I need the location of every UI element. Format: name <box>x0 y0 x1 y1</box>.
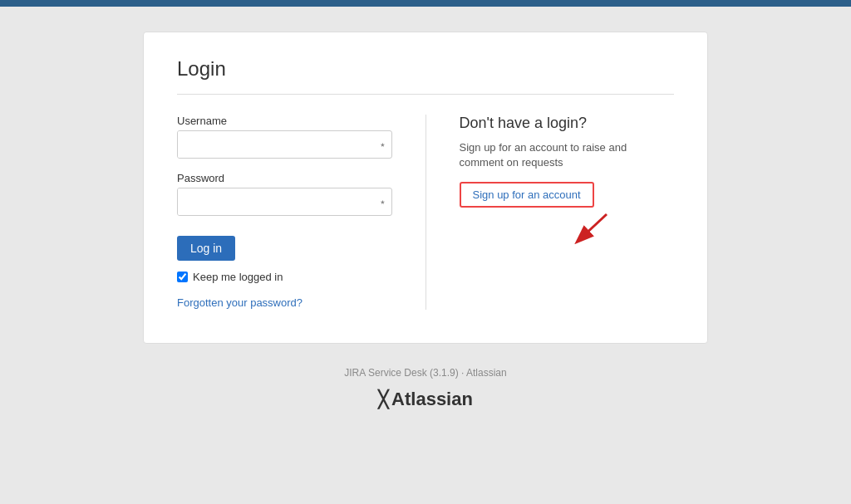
username-icon: ⋆ <box>374 131 391 158</box>
arrow-annotation <box>561 206 611 247</box>
top-bar <box>0 0 851 7</box>
login-card: Login Username ⋆ Password ⋆ <box>143 32 708 344</box>
keep-logged-in-group: Keep me logged in <box>177 271 392 283</box>
keep-logged-in-checkbox[interactable] <box>177 272 188 282</box>
login-form-section: Username ⋆ Password ⋆ Log in Ke <box>177 115 392 310</box>
password-input-wrapper: ⋆ <box>177 188 392 216</box>
username-label: Username <box>177 115 392 127</box>
password-group: Password ⋆ <box>177 172 392 216</box>
keep-logged-in-label: Keep me logged in <box>193 271 283 283</box>
signup-heading: Don't have a login? <box>460 115 675 132</box>
card-divider <box>177 94 674 95</box>
username-group: Username ⋆ <box>177 115 392 159</box>
page-content: Login Username ⋆ Password ⋆ <box>0 7 851 410</box>
atlassian-logo-text: Atlassian <box>391 389 473 410</box>
username-input-wrapper: ⋆ <box>177 130 392 159</box>
footer: JIRA Service Desk (3.1.9) · Atlassian ╳ … <box>344 367 506 410</box>
signup-button[interactable]: Sign up for an account <box>460 182 594 208</box>
atlassian-icon: ╳ <box>378 389 388 409</box>
card-body: Username ⋆ Password ⋆ Log in Ke <box>177 115 674 310</box>
username-input[interactable] <box>178 131 374 158</box>
signup-description: Sign up for an account to raise and comm… <box>460 140 675 170</box>
page-title: Login <box>177 57 674 81</box>
password-input[interactable] <box>178 188 374 215</box>
password-label: Password <box>177 172 392 184</box>
svg-line-1 <box>582 214 607 237</box>
footer-info: JIRA Service Desk (3.1.9) · Atlassian <box>344 367 506 379</box>
signup-section: Don't have a login? Sign up for an accou… <box>426 115 675 310</box>
signup-button-wrapper: Sign up for an account <box>460 182 594 208</box>
password-icon: ⋆ <box>374 188 391 215</box>
login-button[interactable]: Log in <box>177 236 235 261</box>
atlassian-logo: ╳ Atlassian <box>344 389 506 410</box>
forgotten-password-link[interactable]: Forgotten your password? <box>177 296 303 309</box>
